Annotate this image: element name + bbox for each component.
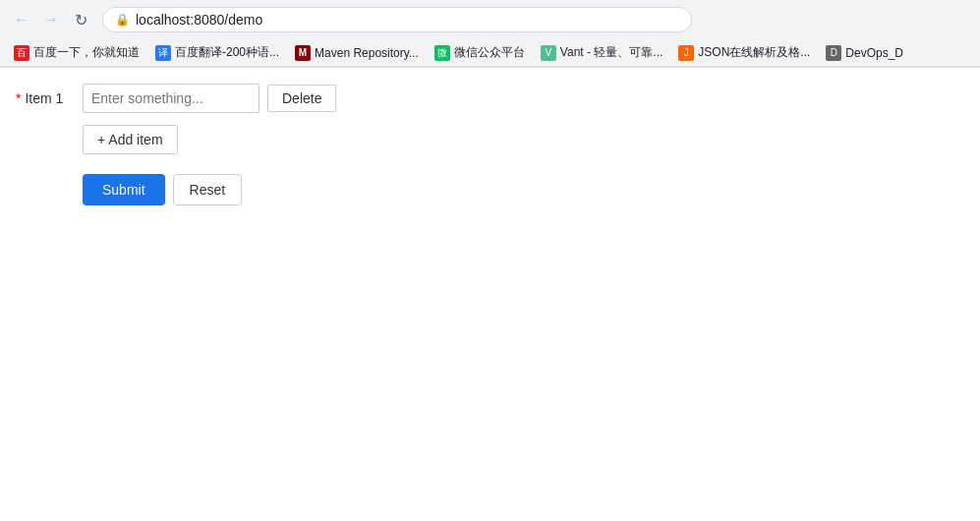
lock-icon: 🔒 xyxy=(115,13,130,27)
back-button[interactable]: ← xyxy=(8,6,35,33)
bookmark-favicon: 微 xyxy=(434,45,450,61)
bookmark-favicon: 百 xyxy=(14,45,29,61)
nav-buttons: ← → ↻ xyxy=(8,6,94,33)
add-item-button[interactable]: + Add item xyxy=(83,125,178,154)
bookmark-favicon: D xyxy=(826,45,841,61)
bookmark-devops[interactable]: D DevOps_D xyxy=(820,42,909,64)
bookmark-translate[interactable]: 译 百度翻译-200种语... xyxy=(149,41,285,64)
action-buttons: Submit Reset xyxy=(83,174,964,205)
bookmark-favicon: M xyxy=(295,45,311,61)
required-star: * xyxy=(16,90,21,106)
page-content: * Item 1 Delete + Add item Submit Reset xyxy=(0,68,980,221)
bookmark-label: 百度一下，你就知道 xyxy=(33,44,140,61)
bookmark-favicon: J xyxy=(678,45,694,61)
bookmark-favicon: V xyxy=(541,45,556,61)
reset-button[interactable]: Reset xyxy=(173,174,243,205)
bookmark-favicon: 译 xyxy=(155,45,171,61)
forward-button[interactable]: → xyxy=(37,6,65,33)
bookmark-maven[interactable]: M Maven Repository... xyxy=(289,42,425,64)
item-row: * Item 1 Delete xyxy=(16,84,964,113)
delete-button[interactable]: Delete xyxy=(267,85,336,112)
bookmark-wechat[interactable]: 微 微信公众平台 xyxy=(429,41,531,64)
bookmarks-bar: 百 百度一下，你就知道 译 百度翻译-200种语... M Maven Repo… xyxy=(0,39,980,67)
bookmark-label: DevOps_D xyxy=(845,46,903,60)
item-input[interactable] xyxy=(83,84,259,113)
bookmark-label: JSON在线解析及格... xyxy=(698,44,810,61)
bookmark-baidu[interactable]: 百 百度一下，你就知道 xyxy=(8,41,145,64)
bookmark-label: 百度翻译-200种语... xyxy=(175,44,279,61)
bookmark-vant[interactable]: V Vant - 轻量、可靠... xyxy=(535,41,668,64)
bookmark-label: 微信公众平台 xyxy=(454,44,525,61)
item-label: * Item 1 xyxy=(16,90,75,106)
browser-chrome: ← → ↻ 🔒 localhost:8080/demo 百 百度一下，你就知道 … xyxy=(0,0,980,68)
bookmark-label: Maven Repository... xyxy=(315,46,419,60)
bookmark-label: Vant - 轻量、可靠... xyxy=(560,44,663,61)
address-bar[interactable]: 🔒 localhost:8080/demo xyxy=(102,7,692,32)
add-item-container: + Add item xyxy=(83,125,964,154)
bookmark-json[interactable]: J JSON在线解析及格... xyxy=(672,41,816,64)
url-text: localhost:8080/demo xyxy=(136,12,262,28)
submit-button[interactable]: Submit xyxy=(83,174,165,205)
item-label-text: Item 1 xyxy=(25,90,63,106)
browser-toolbar: ← → ↻ 🔒 localhost:8080/demo xyxy=(0,0,980,39)
refresh-button[interactable]: ↻ xyxy=(67,6,94,33)
